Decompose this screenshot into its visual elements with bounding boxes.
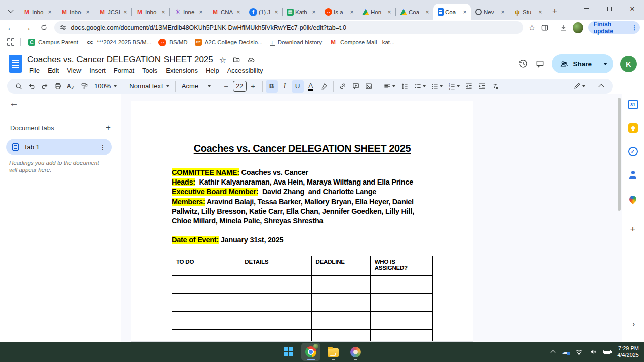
maps-icon[interactable] — [628, 194, 638, 204]
browser-tab[interactable]: Coa× — [395, 4, 433, 20]
minimize-button[interactable] — [575, 0, 598, 17]
document-status-button[interactable] — [247, 56, 255, 64]
paint-format-button[interactable] — [78, 80, 90, 93]
browser-tab[interactable]: Stu× — [509, 4, 546, 20]
document-page[interactable]: Coaches vs. Cancer DELEGATION SHEET 2025… — [131, 101, 473, 342]
browser-tab[interactable]: Coa× — [433, 4, 471, 20]
bookmark-item[interactable]: ↓Download history — [270, 39, 322, 46]
table-cell[interactable] — [240, 276, 311, 294]
tab-options-button[interactable]: ⋮ — [100, 144, 106, 151]
table-cell[interactable] — [370, 294, 432, 312]
browser-tab[interactable]: JCSI× — [94, 4, 131, 20]
tab-close-icon[interactable]: × — [424, 9, 431, 16]
table-cell[interactable] — [370, 276, 432, 294]
browser-tab[interactable]: (1) J× — [245, 4, 282, 20]
table-cell[interactable] — [311, 330, 370, 342]
tab-close-icon[interactable]: × — [197, 9, 204, 16]
menu-accessibility[interactable]: Accessibility — [223, 66, 267, 75]
editing-mode-button[interactable] — [570, 80, 589, 93]
tab-close-icon[interactable]: × — [235, 9, 242, 16]
checklist-button[interactable] — [412, 80, 428, 93]
bookmark-item[interactable]: BS/MD — [158, 39, 187, 46]
decrease-font-size-button[interactable]: − — [220, 80, 232, 93]
menu-file[interactable]: File — [25, 66, 44, 75]
get-addons-button[interactable]: + — [628, 224, 638, 234]
numbered-list-button[interactable]: 123 — [446, 80, 462, 93]
table-cell[interactable] — [172, 312, 240, 330]
menu-help[interactable]: Help — [202, 66, 223, 75]
menu-view[interactable]: View — [63, 66, 85, 75]
taskbar-paint-button[interactable] — [346, 343, 365, 361]
text-color-button[interactable]: A — [305, 80, 317, 93]
google-docs-icon[interactable] — [9, 55, 22, 73]
insert-link-button[interactable] — [337, 80, 349, 93]
account-avatar[interactable]: K — [620, 56, 637, 72]
table-cell[interactable] — [172, 294, 240, 312]
insert-image-button[interactable] — [363, 80, 375, 93]
increase-font-size-button[interactable]: + — [247, 80, 259, 93]
show-side-panel-button[interactable]: › — [633, 320, 635, 328]
share-button[interactable]: Share — [552, 54, 613, 73]
bookmark-item[interactable]: A2C College Decisio... — [195, 39, 263, 46]
tab-close-icon[interactable]: × — [461, 9, 468, 16]
keep-icon[interactable] — [628, 123, 638, 133]
menu-insert[interactable]: Insert — [85, 66, 110, 75]
menu-extensions[interactable]: Extensions — [162, 66, 202, 75]
browser-tab[interactable]: Inbo× — [18, 4, 56, 20]
apps-grid-icon[interactable] — [7, 38, 15, 46]
spellcheck-button[interactable]: A✓ — [65, 80, 77, 93]
taskbar-chrome-button[interactable] — [301, 343, 320, 361]
table-cell[interactable] — [172, 276, 240, 294]
tab-close-icon[interactable]: × — [537, 9, 544, 16]
table-cell[interactable] — [240, 330, 311, 342]
volume-icon[interactable] — [589, 348, 597, 355]
move-document-button[interactable] — [232, 56, 240, 64]
taskbar-explorer-button[interactable] — [324, 343, 343, 361]
back-button[interactable]: ← — [4, 21, 17, 34]
close-button[interactable]: ✕ — [621, 0, 644, 17]
star-document-button[interactable]: ☆ — [219, 55, 226, 65]
table-cell[interactable] — [370, 330, 432, 342]
add-tab-button[interactable]: + — [106, 123, 111, 133]
paragraph-style-select[interactable]: Normal text — [126, 82, 172, 90]
browser-tab[interactable]: Kath× — [282, 4, 320, 20]
new-tab-button[interactable]: + — [548, 5, 561, 18]
table-cell[interactable] — [311, 294, 370, 312]
add-comment-button[interactable] — [350, 80, 362, 93]
bookmark-item[interactable]: Campus Parent — [28, 39, 78, 46]
version-history-button[interactable] — [518, 59, 528, 69]
tab-close-icon[interactable]: × — [348, 9, 355, 16]
zoom-select[interactable]: 100% — [91, 82, 120, 90]
calendar-icon[interactable]: 31 — [628, 100, 638, 109]
battery-icon[interactable] — [603, 350, 611, 354]
share-dropdown-button[interactable] — [597, 63, 613, 65]
menu-edit[interactable]: Edit — [44, 66, 63, 75]
back-arrow-button[interactable]: ← — [9, 98, 19, 109]
reload-button[interactable] — [38, 21, 50, 34]
maximize-button[interactable] — [598, 0, 621, 17]
bookmark-item[interactable]: Compose Mail - kat... — [329, 38, 395, 46]
browser-tab[interactable]: Inbo× — [131, 4, 169, 20]
table-cell[interactable] — [240, 312, 311, 330]
document-title[interactable]: Coaches vs. Cancer DELEGATION SHEET 2025 — [27, 55, 213, 65]
redo-button[interactable] — [39, 80, 51, 93]
print-button[interactable] — [52, 80, 64, 93]
menu-tools[interactable]: Tools — [138, 66, 162, 75]
browser-tab[interactable]: CNA× — [207, 4, 245, 20]
document-scrollbar[interactable] — [618, 98, 621, 211]
increase-indent-button[interactable] — [476, 80, 488, 93]
bookmark-item[interactable]: ***2024-2025 BS/M... — [86, 38, 151, 46]
forward-button[interactable]: → — [21, 21, 33, 34]
table-cell[interactable] — [311, 276, 370, 294]
side-panel-button[interactable] — [541, 24, 549, 32]
menu-search-button[interactable] — [13, 80, 25, 93]
browser-tab[interactable]: Hon× — [358, 4, 395, 20]
bulleted-list-button[interactable] — [429, 80, 445, 93]
clear-formatting-button[interactable] — [489, 80, 501, 93]
browser-menu-icon[interactable]: ⋮ — [631, 24, 638, 31]
font-family-select[interactable]: Acme — [178, 82, 214, 90]
tab-close-icon[interactable]: × — [122, 9, 129, 16]
profile-avatar[interactable] — [573, 22, 583, 33]
font-size-input[interactable]: 22 — [233, 81, 247, 92]
document-tab-item[interactable]: Tab 1 ⋮ — [6, 139, 112, 155]
